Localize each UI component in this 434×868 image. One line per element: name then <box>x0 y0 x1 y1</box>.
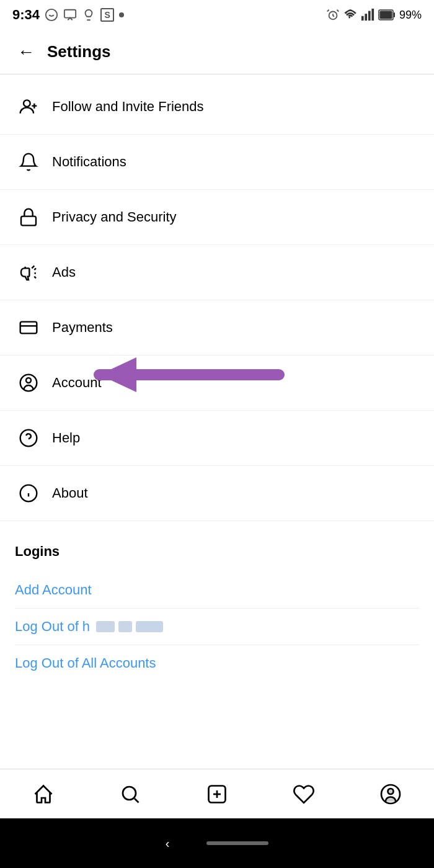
nav-add[interactable] <box>198 776 236 813</box>
menu-item-help[interactable]: Help <box>0 411 434 465</box>
status-right: 99% <box>326 8 422 22</box>
menu-label-privacy: Privacy and Security <box>52 209 177 225</box>
page-title: Settings <box>47 42 111 61</box>
svg-point-15 <box>26 378 31 383</box>
svg-rect-4 <box>365 14 367 20</box>
svg-point-27 <box>388 789 394 794</box>
status-time: 9:34 <box>12 7 40 23</box>
divider-8 <box>0 521 434 521</box>
battery-icon <box>378 8 396 22</box>
logins-title: Logins <box>15 544 419 560</box>
menu-label-follow: Follow and Invite Friends <box>52 99 204 115</box>
s-icon: S <box>100 8 114 22</box>
back-button[interactable]: ← <box>12 38 40 66</box>
wifi-icon <box>343 8 357 22</box>
menu-label-ads: Ads <box>52 264 76 280</box>
android-back-icon[interactable]: ‹ <box>166 836 170 851</box>
dot-icon <box>119 12 124 17</box>
svg-rect-6 <box>371 9 374 20</box>
megaphone-icon <box>15 259 42 286</box>
bell-icon <box>15 148 42 176</box>
svg-rect-3 <box>361 16 364 20</box>
settings-menu: Follow and Invite Friends Notifications … <box>0 74 434 526</box>
lock-icon <box>15 204 42 231</box>
battery-text: 99% <box>399 9 422 22</box>
add-account-link[interactable]: Add Account <box>15 572 419 608</box>
blurred-username <box>96 621 163 632</box>
bulb-icon <box>82 8 95 22</box>
bottom-nav <box>0 769 434 818</box>
menu-item-ads[interactable]: Ads <box>0 245 434 300</box>
menu-item-payments[interactable]: Payments <box>0 300 434 355</box>
back-arrow-icon: ← <box>17 42 35 62</box>
svg-rect-8 <box>394 12 395 17</box>
svg-point-22 <box>123 787 136 800</box>
menu-label-account: Account <box>52 375 102 391</box>
nav-profile[interactable] <box>372 776 409 813</box>
menu-item-privacy[interactable]: Privacy and Security <box>0 190 434 244</box>
menu-label-help: Help <box>52 430 80 446</box>
svg-point-0 <box>46 9 57 20</box>
status-left: 9:34 S <box>12 7 124 23</box>
menu-label-about: About <box>52 485 88 501</box>
logout-all-link[interactable]: Log Out of All Accounts <box>15 645 419 681</box>
svg-rect-11 <box>21 217 36 226</box>
svg-rect-5 <box>368 11 371 21</box>
logout-account-link[interactable]: Log Out of h <box>15 609 419 645</box>
menu-label-payments: Payments <box>52 320 113 336</box>
svg-rect-9 <box>379 11 392 19</box>
question-circle-icon <box>15 424 42 452</box>
add-person-icon <box>15 93 42 120</box>
menu-label-notifications: Notifications <box>52 154 126 170</box>
logins-section: Logins Add Account Log Out of h Log Out … <box>0 526 434 681</box>
svg-point-10 <box>24 100 30 107</box>
signal-icon <box>361 8 374 22</box>
credit-card-icon <box>15 314 42 341</box>
svg-rect-12 <box>20 322 37 334</box>
menu-item-notifications[interactable]: Notifications <box>0 135 434 189</box>
nav-heart[interactable] <box>285 776 322 813</box>
person-circle-icon <box>15 369 42 396</box>
svg-rect-1 <box>64 10 76 18</box>
status-bar: 9:34 S <box>0 0 434 30</box>
settings-header: ← Settings <box>0 30 434 74</box>
menu-item-follow[interactable]: Follow and Invite Friends <box>0 79 434 134</box>
nav-search[interactable] <box>112 776 149 813</box>
whatsapp-icon <box>45 8 58 22</box>
nav-home[interactable] <box>25 776 62 813</box>
android-nav-bar: ‹ <box>0 818 434 868</box>
chat-icon <box>63 8 77 22</box>
android-home-pill[interactable] <box>206 841 268 845</box>
status-icons-left: S <box>45 8 124 22</box>
alarm-icon <box>326 8 340 22</box>
menu-item-account[interactable]: Account <box>0 356 434 410</box>
menu-item-about[interactable]: About <box>0 466 434 521</box>
svg-point-16 <box>20 430 37 447</box>
info-circle-icon <box>15 480 42 507</box>
